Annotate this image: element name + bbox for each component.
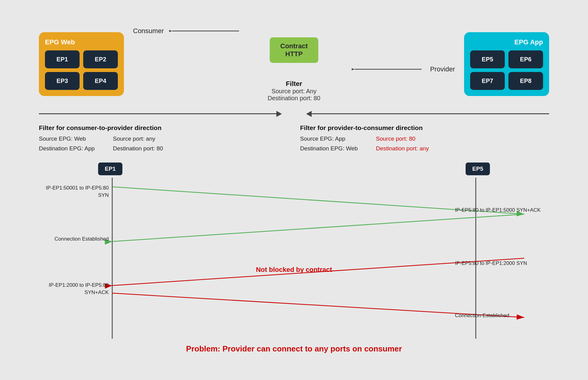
msg1-left-label: IP-EP1:50001 to IP-EP5:80 SYN [45,184,109,199]
filter-c2p-details: Source EPG: Web Destination EPG: App Sou… [39,134,288,154]
contract-box: ContractHTTP [270,37,318,63]
seq-ep5-node: EP5 [466,163,490,175]
ep3-node: EP3 [45,72,80,90]
filter-section: Filter for consumer-to-provider directio… [39,124,549,154]
epg-app-box: EPG App EP5 EP6 EP7 EP8 [464,32,549,96]
filter-consumer-to-provider: Filter for consumer-to-provider directio… [39,124,288,154]
filter-c2p-title: Filter for consumer-to-provider directio… [39,124,288,132]
epg-web-grid: EP1 EP2 EP3 EP4 [45,50,118,90]
filter-provider-to-consumer: Filter for provider-to-consumer directio… [300,124,549,154]
seq-nodes-header: EP1 EP5 [45,163,543,178]
filter-p2c-col1: Source EPG: App Destination EPG: Web [300,134,358,154]
filter-c2p-col1: Source EPG: Web Destination EPG: App [39,134,95,154]
msg4-arrow [45,290,543,330]
epg-app-grid: EP5 EP6 EP7 EP8 [470,50,543,90]
filter-c2p-dest-epg: Destination EPG: App [39,144,95,153]
filter-source-port: Source port: Any [268,88,320,95]
epg-web-label: EPG Web [45,38,118,46]
middle-area: Consumer ContractHTTP [133,26,455,102]
right-divider-line [311,113,549,114]
filter-c2p-dest-port: Destination port: 80 [113,144,163,153]
filter-p2c-title: Filter for provider-to-consumer directio… [300,124,549,132]
filter-dest-port: Destination port: 80 [268,95,320,102]
divider-section [39,111,549,117]
svg-line-10 [112,258,524,286]
filter-p2c-dest-port: Destination port: any [376,144,429,153]
top-section: EPG Web EP1 EP2 EP3 EP4 Consumer [39,26,549,102]
consumer-arrow [169,26,242,36]
seq-ep1-node: EP1 [98,163,122,175]
msg4-right-label: Connection Established [455,312,543,319]
filter-p2c-dest-epg: Destination EPG: Web [300,144,358,153]
ep2-node: EP2 [83,50,118,68]
msg2-arrow [45,211,543,260]
filter-c2p-source-port: Source port: any [113,134,163,144]
filter-c2p-source-epg: Source EPG: Web [39,134,95,144]
ep4-node: EP4 [83,72,118,90]
filter-title: Filter [268,80,320,88]
consumer-label: Consumer [133,27,164,35]
ep6-node: EP6 [508,50,543,68]
problem-label: Problem: Provider can connect to any por… [45,344,543,354]
filter-p2c-source-epg: Source EPG: App [300,134,358,144]
filter-p2c-details: Source EPG: App Destination EPG: Web Sou… [300,134,549,154]
filter-p2c-source-port: Source port: 80 [376,134,429,144]
msg2-left-label: Connection Established [45,235,109,243]
sequence-section: EP1 EP5 [39,163,549,354]
ep7-node: EP7 [470,72,505,90]
epg-app-label: EPG App [470,38,543,46]
right-arrow-icon [276,111,282,117]
ep1-node: EP1 [45,50,80,68]
ep8-node: EP8 [508,72,543,90]
provider-arrow [352,65,425,74]
filter-p2c-col2: Source port: 80 Destination port: any [376,134,429,154]
sequence-body: IP-EP1:50001 to IP-EP5:80 SYN IP-EP5:80 … [45,178,543,339]
contract-label: ContractHTTP [280,42,308,58]
epg-web-box: EPG Web EP1 EP2 EP3 EP4 [39,32,124,96]
ep5-node: EP5 [470,50,505,68]
provider-label: Provider [430,65,455,73]
diagram-container: EPG Web EP1 EP2 EP3 EP4 Consumer [21,14,567,366]
filter-c2p-col2: Source port: any Destination port: 80 [113,134,163,154]
svg-line-9 [112,214,524,241]
filter-info: Filter Source port: Any Destination port… [268,80,320,102]
left-divider-line [39,113,277,114]
